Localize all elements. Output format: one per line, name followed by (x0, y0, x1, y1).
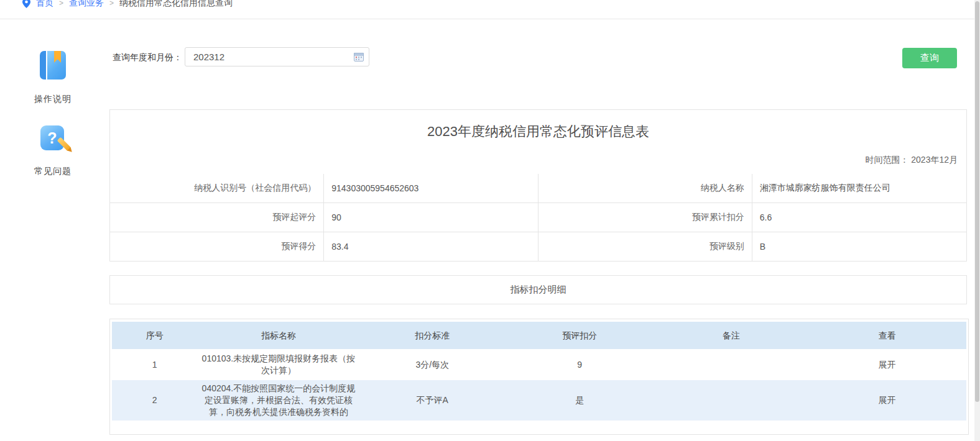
manual-book-icon (40, 51, 66, 80)
vertical-scrollbar-thumb[interactable] (975, 1, 979, 402)
col-header-seq: 序号 (112, 322, 197, 349)
cell-deduction-standard: 3分/每次 (359, 349, 505, 380)
col-header-indicator-name: 指标名称 (197, 322, 359, 349)
field-label: 纳税人识别号（社会信用代码） (110, 174, 324, 203)
query-period-input[interactable] (185, 48, 369, 66)
deduction-detail-table: 序号 指标名称 扣分标准 预评扣分 备注 查看 1 010103.未按规定期限填… (109, 319, 969, 435)
cell-indicator-name: 040204.不能按照国家统一的会计制度规定设置账簿，并根据合法、有效凭证核算，… (197, 380, 359, 421)
field-label: 预评级别 (539, 232, 752, 261)
table-header-row: 序号 指标名称 扣分标准 预评扣分 备注 查看 (112, 322, 966, 349)
vertical-scrollbar-track[interactable] (974, 0, 980, 441)
query-period-field-wrap (185, 47, 369, 66)
page: 首页 > 查询业务 > 纳税信用常态化信用信息查询 操作说明 ? 常见问题 查询… (0, 0, 980, 441)
field-value: 湘潭市城廓家纺服饰有限责任公司 (752, 174, 966, 203)
col-header-remark: 备注 (654, 322, 808, 349)
sidebar-item-faq[interactable]: ? 常见问题 (30, 124, 76, 177)
field-value: 6.6 (752, 203, 966, 232)
cell-seq: 1 (112, 349, 197, 380)
table-row: 1 010103.未按规定期限填报财务报表（按次计算） 3分/每次 9 展开 (112, 349, 966, 380)
cell-pre-eval-deduction: 9 (505, 349, 654, 380)
query-period-label: 查询年度和月份： (113, 52, 182, 63)
field-label: 预评得分 (110, 232, 324, 261)
report-title-box: 2023年度纳税信用常态化预评信息表 时间范围： 2023年12月 (109, 109, 967, 175)
faq-question-icon: ? (40, 124, 65, 152)
time-range-value: 2023年12月 (911, 155, 958, 165)
cell-remark (654, 349, 808, 380)
col-header-view: 查看 (808, 322, 966, 349)
cell-seq: 2 (112, 380, 197, 421)
breadcrumb-separator: > (59, 0, 63, 7)
sidebar-item-label: 常见问题 (30, 166, 76, 177)
time-range: 时间范围： 2023年12月 (865, 155, 958, 166)
cell-deduction-standard: 不予评A (359, 380, 505, 421)
col-header-pre-eval-deduction: 预评扣分 (505, 322, 654, 349)
field-value: 90 (324, 203, 538, 232)
expand-link[interactable]: 展开 (879, 394, 896, 406)
report-title: 2023年度纳税信用常态化预评信息表 (110, 122, 966, 141)
col-header-deduction-standard: 扣分标准 (359, 322, 505, 349)
breadcrumb-home-link[interactable]: 首页 (36, 0, 53, 9)
breadcrumb-query-business-link[interactable]: 查询业务 (69, 0, 104, 9)
cell-indicator-name: 010103.未按规定期限填报财务报表（按次计算） (197, 349, 359, 380)
field-label: 纳税人名称 (539, 174, 752, 203)
breadcrumb-current-page: 纳税信用常态化信用信息查询 (119, 0, 233, 9)
field-label: 预评起评分 (110, 203, 324, 232)
sidebar-item-label: 操作说明 (30, 94, 76, 105)
field-label: 预评累计扣分 (539, 203, 752, 232)
sidebar-item-manual[interactable]: 操作说明 (30, 51, 76, 105)
time-range-label: 时间范围： (865, 155, 908, 165)
breadcrumb-bar: 首页 > 查询业务 > 纳税信用常态化信用信息查询 (0, 0, 980, 19)
field-value: 914303005954652603 (324, 174, 538, 203)
expand-link[interactable]: 展开 (879, 359, 896, 371)
location-pin-icon (22, 0, 30, 8)
deduction-detail-section-title: 指标扣分明细 (109, 275, 967, 304)
cell-remark (654, 380, 808, 421)
breadcrumb-separator: > (109, 0, 114, 7)
calendar-icon[interactable] (354, 52, 364, 64)
taxpayer-info-table: 纳税人识别号（社会信用代码） 914303005954652603 纳税人名称 … (109, 174, 967, 261)
breadcrumb: 首页 > 查询业务 > 纳税信用常态化信用信息查询 (22, 0, 233, 11)
field-value: 83.4 (324, 232, 538, 261)
table-row: 2 040204.不能按照国家统一的会计制度规定设置账簿，并根据合法、有效凭证核… (112, 380, 966, 421)
field-value: B (752, 232, 966, 261)
cell-pre-eval-deduction: 是 (505, 380, 654, 421)
query-button[interactable]: 查询 (902, 48, 957, 68)
